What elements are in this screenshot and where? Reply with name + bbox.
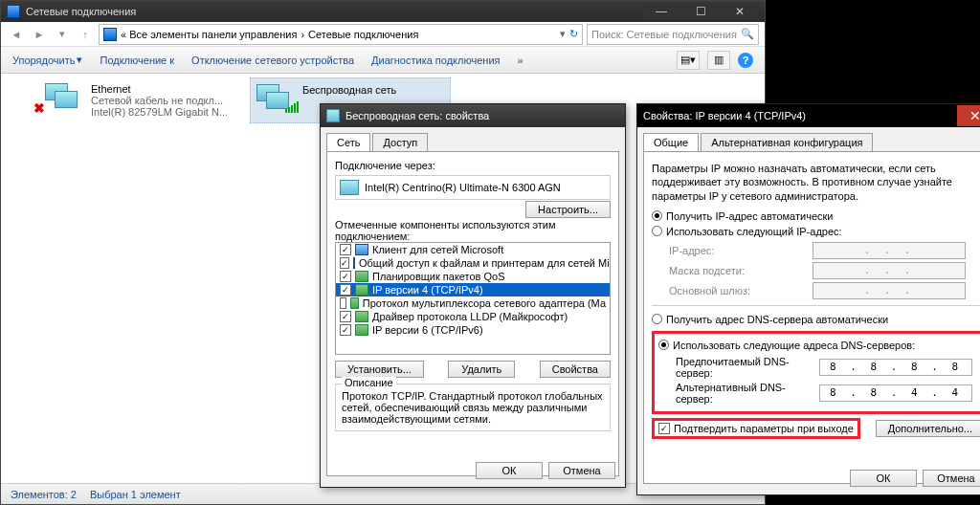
signal-bars-icon: [285, 101, 299, 113]
description-label: Описание: [342, 377, 396, 388]
disable-device-button[interactable]: Отключение сетевого устройства: [191, 55, 354, 66]
search-placeholder: Поиск: Сетевые подключения: [591, 29, 737, 40]
app-icon: [7, 5, 20, 18]
radio-dns-manual[interactable]: Использовать следующие адреса DNS-сервер…: [658, 338, 978, 353]
maximize-button[interactable]: ☐: [681, 3, 720, 20]
breadcrumb-part[interactable]: Сетевые подключения: [308, 29, 418, 40]
radio-dns-auto[interactable]: Получить адрес DNS-сервера автоматически: [652, 312, 980, 327]
tab-strip: Сеть Доступ: [321, 127, 625, 151]
adapter-icon: [340, 180, 359, 195]
gateway-input: . . .: [813, 282, 966, 299]
adapter-box: Intel(R) Centrino(R) Ultimate-N 6300 AGN: [335, 175, 611, 200]
diagnose-button[interactable]: Диагностика подключения: [371, 55, 500, 66]
search-input[interactable]: Поиск: Сетевые подключения 🔍: [587, 24, 759, 45]
wireless-properties-dialog: Беспроводная сеть: свойства Сеть Доступ …: [320, 103, 626, 488]
list-item-selected[interactable]: ✓IP версии 4 (TCP/IPv4): [336, 283, 610, 296]
address-bar[interactable]: « Все элементы панели управления › Сетев…: [99, 24, 583, 45]
titlebar[interactable]: Сетевые подключения — ☐ ✕: [1, 1, 765, 22]
nav-row: ◄ ► ▾ ↑ « Все элементы панели управления…: [1, 22, 765, 47]
subnet-mask-input: . . .: [813, 262, 966, 279]
organize-menu[interactable]: Упорядочить ▾: [12, 54, 82, 66]
cancel-button[interactable]: Отмена: [923, 470, 980, 487]
validate-checkbox[interactable]: ✓: [658, 423, 670, 434]
close-button[interactable]: ✕: [957, 105, 980, 126]
gateway-label: Основной шлюз:: [669, 285, 813, 296]
components-label: Отмеченные компоненты используются этим …: [335, 219, 611, 242]
status-selected: Выбран 1 элемент: [90, 489, 181, 500]
search-icon: 🔍: [741, 28, 754, 40]
configure-button[interactable]: Настроить...: [525, 201, 611, 218]
uninstall-button[interactable]: Удалить: [448, 361, 515, 378]
alternate-dns-label: Альтернативный DNS-сервер:: [676, 382, 819, 405]
ipv4-properties-dialog: Свойства: IP версии 4 (TCP/IPv4) ✕ Общие…: [636, 103, 980, 495]
preview-pane-button[interactable]: ▥: [707, 51, 730, 70]
advanced-button[interactable]: Дополнительно...: [876, 420, 980, 437]
ip-address-label: IP-адрес:: [669, 245, 813, 256]
toolbar: Упорядочить ▾ Подключение к Отключение с…: [1, 47, 765, 74]
forward-button[interactable]: ►: [30, 25, 49, 44]
location-icon: [103, 28, 117, 41]
dialog-title: Свойства: IP версии 4 (TCP/IPv4): [643, 110, 806, 121]
tab-body: Подключение через: Intel(R) Centrino(R) …: [326, 151, 619, 476]
properties-button[interactable]: Свойства: [540, 361, 611, 378]
tab-body: Параметры IP можно назначать автоматичес…: [643, 151, 980, 484]
item-title: Ethernet: [91, 83, 228, 95]
alternate-dns-input[interactable]: 8 . 8 . 4 . 4: [819, 384, 972, 402]
list-item[interactable]: ✓IP версии 6 (TCP/IPv6): [336, 323, 610, 337]
ok-button[interactable]: ОК: [850, 470, 917, 487]
cancel-button[interactable]: Отмена: [548, 462, 615, 479]
highlight-dns-section: Использовать следующие адреса DNS-сервер…: [652, 331, 980, 414]
description-box: Описание Протокол TCP/IP. Стандартный пр…: [335, 384, 611, 431]
minimize-button[interactable]: —: [642, 3, 680, 20]
preferred-dns-label: Предпочитаемый DNS-сервер:: [676, 356, 819, 379]
subnet-mask-label: Маска подсети:: [669, 265, 813, 276]
info-text: Параметры IP можно назначать автоматичес…: [652, 160, 980, 209]
back-button[interactable]: ◄: [7, 25, 26, 44]
dropdown-history-button[interactable]: ▾: [53, 25, 72, 44]
view-options-button[interactable]: ▤▾: [677, 51, 700, 70]
item-status: Сетевой кабель не подкл...: [91, 95, 228, 106]
ethernet-icon: ✖: [45, 83, 83, 116]
status-count: Элементов: 2: [11, 489, 77, 500]
more-chevron-icon[interactable]: »: [518, 55, 523, 66]
dialog-icon: [326, 109, 340, 122]
tab-strip: Общие Альтернативная конфигурация: [637, 127, 980, 151]
dropdown-icon[interactable]: ▾: [560, 28, 566, 40]
radio-ip-manual[interactable]: Использовать следующий IP-адрес:: [652, 224, 980, 239]
item-device: Intel(R) 82579LM Gigabit N...: [91, 106, 228, 118]
validate-label: Подтвердить параметры при выходе: [674, 423, 854, 434]
description-text: Протокол TCP/IP. Стандартный протокол гл…: [342, 390, 603, 425]
adapter-name: Intel(R) Centrino(R) Ultimate-N 6300 AGN: [365, 182, 561, 193]
breadcrumb-sep: ›: [301, 29, 304, 40]
ip-address-input: . . .: [813, 242, 966, 259]
error-x-icon: ✖: [33, 100, 45, 116]
list-item[interactable]: ✓Драйвер протокола LLDP (Майкрософт): [336, 310, 610, 323]
breadcrumb-part[interactable]: « Все элементы панели управления: [121, 29, 297, 40]
list-item[interactable]: Протокол мультиплексора сетевого адаптер…: [336, 296, 610, 310]
wireless-icon: [256, 84, 295, 117]
item-title: Беспроводная сеть: [302, 84, 396, 96]
tab-alt-config[interactable]: Альтернативная конфигурация: [701, 133, 873, 151]
window-title: Сетевые подключения: [26, 6, 136, 17]
connect-to-button[interactable]: Подключение к: [100, 55, 174, 66]
list-item[interactable]: ✓Клиент для сетей Microsoft: [336, 243, 610, 256]
list-item[interactable]: ✓Планировщик пакетов QoS: [336, 270, 610, 283]
help-button[interactable]: ?: [738, 53, 753, 68]
components-list[interactable]: ✓Клиент для сетей Microsoft ✓Общий досту…: [335, 242, 611, 355]
highlight-validate-checkbox: ✓ Подтвердить параметры при выходе: [652, 418, 860, 439]
radio-ip-auto[interactable]: Получить IP-адрес автоматически: [652, 209, 980, 224]
ok-button[interactable]: ОК: [476, 462, 543, 479]
dialog-titlebar[interactable]: Свойства: IP версии 4 (TCP/IPv4) ✕: [637, 104, 980, 127]
up-button[interactable]: ↑: [76, 25, 95, 44]
dialog-titlebar[interactable]: Беспроводная сеть: свойства: [321, 104, 625, 127]
tab-access[interactable]: Доступ: [372, 133, 428, 151]
connect-via-label: Подключение через:: [335, 160, 611, 171]
tab-general[interactable]: Общие: [643, 133, 699, 151]
list-item[interactable]: ✓Общий доступ к файлам и принтерам для с…: [336, 256, 610, 270]
close-button[interactable]: ✕: [721, 3, 759, 20]
install-button[interactable]: Установить...: [335, 361, 424, 378]
network-item-ethernet[interactable]: ✖ Ethernet Сетевой кабель не подкл... In…: [39, 77, 240, 123]
preferred-dns-input[interactable]: 8 . 8 . 8 . 8: [819, 359, 972, 376]
refresh-icon[interactable]: ↻: [569, 28, 578, 40]
tab-network[interactable]: Сеть: [326, 133, 370, 151]
